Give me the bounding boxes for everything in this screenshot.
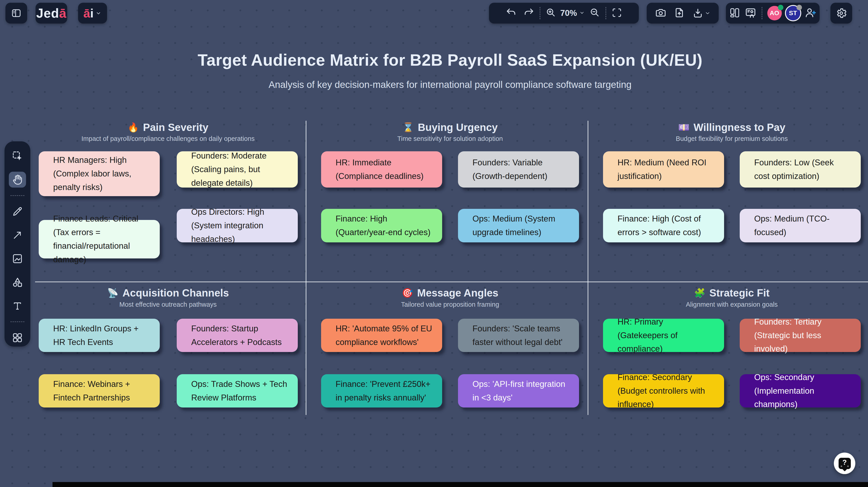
section-header[interactable]: 📡 Acquisition Channels — [35, 287, 301, 299]
redo-button[interactable] — [523, 7, 535, 20]
section-subtitle[interactable]: Tailored value proposition framing — [317, 301, 583, 308]
sticky-note-founders-pay[interactable]: Founders: Low (Seek cost optimization) — [740, 151, 861, 188]
tools-sidebar — [4, 141, 30, 347]
section-subtitle[interactable]: Alignment with expansion goals — [599, 301, 864, 308]
sticky-note-hr-pay[interactable]: HR: Medium (Need ROI justification) — [603, 151, 724, 188]
sticky-note-hr-message[interactable]: HR: 'Automate 95% of EU compliance workf… — [321, 319, 442, 352]
sticky-note-founders-message[interactable]: Founders: 'Scale teams faster without le… — [458, 319, 579, 352]
settings-button[interactable] — [831, 3, 852, 24]
zoom-out-icon — [589, 7, 600, 18]
sticky-note-hr-channels[interactable]: HR: LinkedIn Groups + HR Tech Events — [39, 319, 160, 352]
idle-status-dot — [797, 5, 802, 10]
zoom-menu-chevron[interactable] — [579, 9, 585, 17]
section-header[interactable]: 💷 Willingness to Pay — [599, 121, 864, 134]
undo-button[interactable] — [505, 7, 517, 20]
sticky-note-finance-message[interactable]: Finance: 'Prevent £250k+ in penalty risk… — [321, 374, 442, 407]
toolbar-divider — [540, 7, 540, 19]
sticky-note-finance-pain[interactable]: Finance Leads: Critical (Tax errors = fi… — [39, 220, 160, 258]
sidebar-toggle-button[interactable] — [5, 3, 27, 24]
sticky-note-ops-fit[interactable]: Ops: Secondary (Implementation champions… — [740, 374, 861, 407]
section-subtitle[interactable]: Budget flexibility for premium solutions — [599, 135, 864, 142]
arrow-tool[interactable] — [9, 227, 26, 243]
section-title: Pain Severity — [143, 121, 208, 134]
pen-tool[interactable] — [9, 204, 26, 220]
screenshot-button[interactable] — [655, 7, 666, 20]
avatar-ao[interactable]: AO — [767, 6, 782, 20]
sticky-note-finance-fit[interactable]: Finance: Secondary (Budget controllers w… — [603, 374, 724, 407]
sticky-note-text: Ops Directors: High (System integration … — [191, 205, 288, 246]
chevron-down-icon — [705, 10, 711, 16]
puzzle-piece-emoji-icon: 🧩 — [694, 288, 705, 297]
sticky-note-ops-urgency[interactable]: Ops: Medium (System upgrade timelines) — [458, 209, 579, 242]
layout-icon — [729, 7, 740, 18]
sticky-note-finance-channels[interactable]: Finance: Webinars + Fintech Partnerships — [39, 374, 160, 407]
fit-screen-button[interactable] — [611, 7, 622, 19]
pencil-icon — [12, 206, 23, 217]
sticky-note-finance-urgency[interactable]: Finance: High (Quarter/year-end cycles) — [321, 209, 442, 242]
sticky-note-finance-pay[interactable]: Finance: High (Cost of errors > software… — [603, 209, 724, 242]
add-user-icon — [804, 6, 817, 19]
select-tool[interactable] — [9, 148, 26, 164]
import-button[interactable] — [673, 7, 685, 20]
sticky-note-ops-pain[interactable]: Ops Directors: High (System integration … — [177, 209, 298, 242]
undo-icon — [505, 7, 517, 19]
matrix-vertical-divider — [588, 121, 588, 415]
sticky-note-ops-channels[interactable]: Ops: Trade Shows + Tech Review Platforms — [177, 374, 298, 407]
target-emoji-icon: 🎯 — [402, 288, 413, 297]
section-subtitle[interactable]: Most effective outreach pathways — [35, 301, 301, 308]
sticky-note-founders-pain[interactable]: Founders: Moderate (Scaling pains, but d… — [177, 151, 298, 188]
sticky-note-text: Finance: Secondary (Budget controllers w… — [618, 371, 715, 411]
sticky-note-founders-fit[interactable]: Founders: Tertiary (Strategic but less i… — [740, 319, 861, 352]
zoom-in-button[interactable] — [545, 7, 557, 19]
online-status-dot — [778, 5, 783, 10]
sticky-note-text: Ops: Medium (TCO-focused) — [754, 212, 851, 239]
sticky-note-text: Finance: 'Prevent £250k+ in penalty risk… — [336, 377, 433, 405]
help-button[interactable]: ? — [834, 453, 855, 474]
image-tool[interactable] — [9, 251, 26, 267]
text-tool[interactable] — [9, 298, 26, 314]
section-header[interactable]: ⌛ Buying Urgency — [317, 121, 583, 134]
sticky-note-founders-channels[interactable]: Founders: Startup Accelerators + Podcast… — [177, 319, 298, 352]
file-upload-icon — [673, 7, 685, 19]
ai-menu-button[interactable]: āi — [78, 3, 107, 24]
sticky-note-text: Founders: Startup Accelerators + Podcast… — [191, 322, 288, 349]
zoom-level-label[interactable]: 70% — [560, 8, 577, 18]
section-header[interactable]: 🔥 Pain Severity — [35, 121, 301, 134]
download-button[interactable] — [692, 7, 711, 19]
sticky-note-hr-urgency[interactable]: HR: Immediate (Compliance deadlines) — [321, 151, 442, 188]
layout-view-button[interactable] — [729, 7, 740, 19]
invite-user-button[interactable] — [804, 6, 817, 20]
board-title[interactable]: Target Audience Matrix for B2B Payroll S… — [16, 51, 868, 69]
jeda-logo-button[interactable]: Jedā — [35, 3, 67, 24]
sticky-note-text: HR: Medium (Need ROI justification) — [618, 156, 715, 183]
sticky-note-text: Ops: Medium (System upgrade timelines) — [472, 212, 569, 239]
section-header[interactable]: 🎯 Message Angles — [317, 287, 583, 299]
apps-grid-icon — [12, 332, 23, 343]
sticky-note-ops-pay[interactable]: Ops: Medium (TCO-focused) — [740, 209, 861, 242]
hand-icon — [11, 174, 23, 185]
section-subtitle[interactable]: Time sensitivity for solution adoption — [317, 135, 583, 142]
arrow-icon — [12, 230, 23, 240]
hourglass-emoji-icon: ⌛ — [403, 123, 414, 132]
sidebar-divider — [10, 321, 25, 322]
sticky-note-founders-urgency[interactable]: Founders: Variable (Growth-dependent) — [458, 151, 579, 188]
hand-tool[interactable] — [9, 172, 26, 188]
presentation-icon — [744, 6, 757, 19]
sticky-note-text: Ops: Secondary (Implementation champions… — [754, 371, 851, 411]
section-subtitle[interactable]: Impact of payroll/compliance challenges … — [35, 135, 301, 142]
collaboration-toolbar: AO ST — [726, 3, 819, 24]
text-icon — [12, 300, 23, 311]
avatar-st[interactable]: ST — [786, 6, 800, 20]
apps-tool[interactable] — [9, 330, 26, 346]
download-icon — [692, 7, 704, 19]
sticky-note-ops-message[interactable]: Ops: 'API-first integration in <3 days' — [458, 374, 579, 407]
shapes-tool[interactable] — [9, 274, 26, 290]
sticky-note-text: Finance: Webinars + Fintech Partnerships — [53, 377, 150, 405]
export-toolbar — [647, 3, 719, 24]
section-header[interactable]: 🧩 Strategic Fit — [599, 287, 864, 299]
sticky-note-hr-managers-pain[interactable]: HR Managers: High (Complex labor laws, p… — [39, 151, 160, 196]
zoom-out-button[interactable] — [589, 7, 600, 19]
present-button[interactable] — [744, 6, 757, 20]
sticky-note-hr-fit[interactable]: HR: Primary (Gatekeepers of compliance) — [603, 319, 724, 352]
board-subtitle[interactable]: Analysis of key decision-makers for inte… — [16, 79, 868, 90]
